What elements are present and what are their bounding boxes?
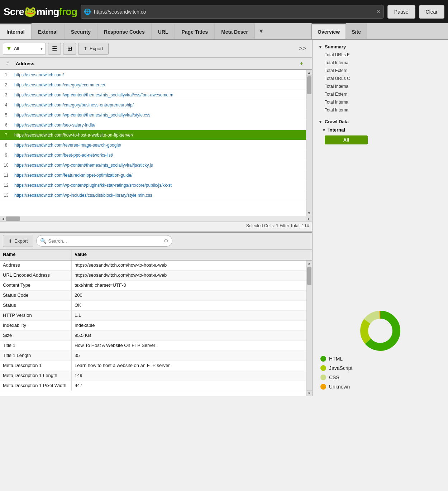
unknown-label: Unknown [329,384,350,390]
hscroll-thumb[interactable] [6,216,20,221]
table-row-selected[interactable]: 7 https://seosandwitch.com/how-to-host-a… [0,130,306,140]
legend-javascript: JavaScript [320,365,440,371]
hscroll-right-button[interactable]: ► [306,216,312,221]
summary-item-4: Total URLs C [315,75,446,82]
add-column-button[interactable]: + [300,60,303,67]
table-row[interactable]: 9 https://seosandwitch.com/best-ppc-ad-n… [0,150,306,160]
table-header: # Address + [0,58,312,70]
details-scroll-thumb[interactable] [307,267,311,285]
scroll-down-button[interactable]: ▼ [306,210,312,216]
search-filter-icon[interactable]: ⚙ [164,238,168,244]
search-input[interactable] [48,238,162,244]
all-filter-button[interactable]: All [325,135,368,144]
tab-url[interactable]: URL [152,23,175,39]
scroll-thumb[interactable] [307,76,311,94]
javascript-label: JavaScript [329,365,352,371]
details-table: Address https://seosandwitch.com/how-to-… [0,261,306,396]
tab-response-codes[interactable]: Response Codes [97,23,152,39]
details-row: Address https://seosandwitch.com/how-to-… [0,261,306,271]
details-row: Indexability Indexable [0,321,306,331]
details-row: Status OK [0,301,306,311]
tab-more-button[interactable]: ▼ [255,23,268,39]
details-table-header: Name Value [0,250,312,261]
summary-item-6: Total Extern [315,90,446,98]
export-button[interactable]: ⬆ Export [78,43,109,55]
hscroll-track[interactable] [6,216,306,221]
tab-bars: Internal External Security Response Code… [0,23,448,40]
table-row[interactable]: 4 https://seosandwitch.com/category/busi… [0,100,306,110]
table-scroll-container: 1 https://seosandwitch.com/ 2 https://se… [0,70,312,216]
html-dot [320,356,326,362]
table-row[interactable]: 8 https://seosandwitch.com/reverse-image… [0,140,306,150]
hierarchy-icon: ⊞ [67,45,72,52]
filter-dropdown[interactable]: ▼ All ▾ [3,43,46,55]
main-layout: ▼ All ▾ ☰ ⊞ ⬆ Export >> # Address + [0,40,448,396]
right-tab-site[interactable]: Site [346,23,367,39]
horizontal-scrollbar[interactable]: ◄ ► [0,216,312,221]
crawl-collapse-arrow: ▼ [318,119,323,124]
crawl-data-section: ▼ Crawl Data ▼ Internal All [315,118,446,144]
details-vertical-scrollbar[interactable]: ▲ ▼ [306,261,312,396]
toolbar-more-button[interactable]: >> [296,43,309,54]
right-panel-content: ▼ Summary Total URLs E Total Interna Tot… [313,40,448,396]
logo-frog-icon: 🐸 [24,6,37,18]
table-row[interactable]: 5 https://seosandwitch.com/wp-content/th… [0,110,306,120]
tab-page-titles[interactable]: Page Titles [175,23,215,39]
table-row[interactable]: 10 https://seosandwitch.com/wp-content/t… [0,160,306,170]
legend-unknown: Unknown [320,384,440,390]
crawl-data-header[interactable]: ▼ Crawl Data [315,118,446,126]
details-row: Status Code 200 [0,291,306,301]
table-row[interactable]: 2 https://seosandwitch.com/category/ecom… [0,80,306,90]
details-row: Meta Description 1 Learn how to host a w… [0,361,306,371]
details-row: Meta Description 1 Length 149 [0,371,306,381]
legend-html: HTML [320,356,440,362]
table-row[interactable]: 11 https://seosandwitch.com/featured-sni… [0,170,306,180]
right-tab-overview[interactable]: Overview [312,23,346,39]
summary-item-3: Total Extern [315,67,446,75]
url-clear-icon[interactable]: ✕ [376,8,381,15]
details-toolbar: ⬆ Export 🔍 ⚙ [0,233,312,250]
crawl-internal-header: ▼ Internal [315,126,446,134]
logo-text-part1: Scre [4,6,24,18]
logo-text-part2: ming [37,6,59,18]
table-row[interactable]: 6 https://seosandwitch.com/seo-salary-in… [0,120,306,130]
status-bar: Selected Cells: 1 Filter Total: 114 [0,221,312,232]
table-body[interactable]: 1 https://seosandwitch.com/ 2 https://se… [0,70,306,216]
details-row: Title 1 How To Host A Website On FTP Ser… [0,341,306,351]
url-bar[interactable]: 🌐 https://seosandwitch.co ✕ [81,5,384,19]
summary-section-header[interactable]: ▼ Summary [315,43,446,51]
tab-security[interactable]: Security [65,23,97,39]
tab-external[interactable]: External [32,23,65,39]
list-view-button[interactable]: ☰ [48,43,61,55]
scroll-up-button[interactable]: ▲ [306,70,312,76]
unknown-dot [320,384,326,390]
details-export-icon: ⬆ [8,238,12,244]
chart-legend-area: HTML JavaScript CSS Unknown [315,306,446,393]
details-scroll-down[interactable]: ▼ [306,390,312,396]
summary-collapse-arrow: ▼ [318,44,323,49]
filter-icon: ▼ [6,46,12,52]
details-panel: ⬆ Export 🔍 ⚙ Name Value Addres [0,232,312,396]
table-row[interactable]: 1 https://seosandwitch.com/ [0,70,306,80]
javascript-dot [320,365,326,371]
table-row[interactable]: 13 https://seosandwitch.com/wp-includes/… [0,190,306,200]
details-scroll-up[interactable]: ▲ [306,261,312,266]
hscroll-left-button[interactable]: ◄ [0,216,6,221]
hierarchy-view-button[interactable]: ⊞ [63,43,76,55]
clear-button[interactable]: Clear [419,5,444,19]
table-vertical-scrollbar[interactable]: ▲ ▼ [306,70,312,216]
url-text: https://seosandwitch.co [94,9,373,15]
details-row: Size 95.5 KB [0,331,306,341]
summary-item-5: Total Interna [315,82,446,90]
details-export-button[interactable]: ⬆ Export [3,235,33,247]
export-up-icon: ⬆ [84,46,87,51]
row-number-header: # [1,61,14,66]
details-row: Title 1 Length 35 [0,351,306,361]
tab-meta-descr[interactable]: Meta Descr [215,23,255,39]
table-row[interactable]: 3 https://seosandwitch.com/wp-content/th… [0,90,306,100]
details-search-box[interactable]: 🔍 ⚙ [36,235,172,247]
pause-button[interactable]: Pause [387,5,415,19]
status-text: Selected Cells: 1 Filter Total: 114 [246,223,309,228]
tab-internal[interactable]: Internal [0,23,32,39]
table-row[interactable]: 12 https://seosandwitch.com/wp-content/p… [0,180,306,190]
